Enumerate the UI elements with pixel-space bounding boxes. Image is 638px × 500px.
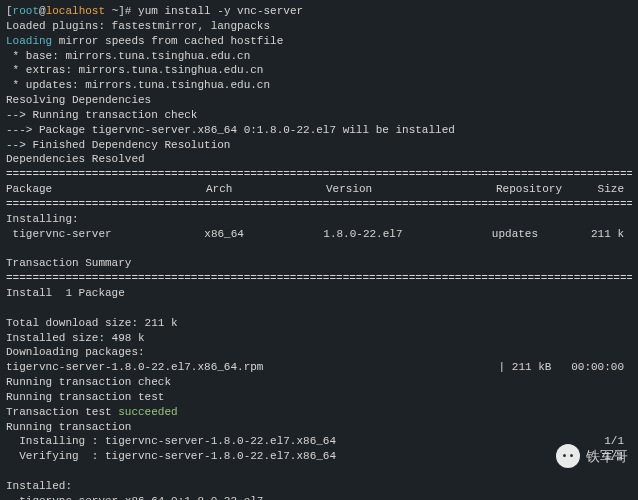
output-line: Total download size: 211 k xyxy=(6,316,632,331)
prompt-line-1: [root@localhost ~]# yum install -y vnc-s… xyxy=(6,4,632,19)
progress-line: Verifying : tigervnc-server-1.8.0-22.el7… xyxy=(6,449,632,464)
table-row: tigervnc-server x86_64 1.8.0-22.el7 upda… xyxy=(6,227,632,242)
watermark: 铁军哥 xyxy=(556,444,628,468)
output-line: tigervnc-server.x86_64 0:1.8.0-22.el7 xyxy=(6,494,632,500)
terminal-output[interactable]: [root@localhost ~]# yum install -y vnc-s… xyxy=(6,4,632,500)
output-line: Running transaction check xyxy=(6,375,632,390)
output-line: Installing: xyxy=(6,212,632,227)
watermark-text: 铁军哥 xyxy=(586,447,628,466)
output-line: --> Running transaction check xyxy=(6,108,632,123)
output-line: Installed size: 498 k xyxy=(6,331,632,346)
progress-line: Installing : tigervnc-server-1.8.0-22.el… xyxy=(6,434,632,449)
output-line: Installed: xyxy=(6,479,632,494)
wechat-icon xyxy=(556,444,580,468)
blank-line xyxy=(6,242,632,257)
divider-double: ========================================… xyxy=(6,271,632,286)
output-line: * updates: mirrors.tuna.tsinghua.edu.cn xyxy=(6,78,632,93)
output-line: * extras: mirrors.tuna.tsinghua.edu.cn xyxy=(6,63,632,78)
output-line: --> Finished Dependency Resolution xyxy=(6,138,632,153)
output-line: Resolving Dependencies xyxy=(6,93,632,108)
blank-line xyxy=(6,301,632,316)
output-line: Running transaction xyxy=(6,420,632,435)
output-line: Install 1 Package xyxy=(6,286,632,301)
output-line: Transaction Summary xyxy=(6,256,632,271)
divider-double: ========================================… xyxy=(6,167,632,182)
blank-line xyxy=(6,464,632,479)
output-line: Downloading packages: xyxy=(6,345,632,360)
output-line: Loaded plugins: fastestmirror, langpacks xyxy=(6,19,632,34)
output-line: Running transaction test xyxy=(6,390,632,405)
table-header: Package Arch Version Repository Size xyxy=(6,182,632,197)
output-line: * base: mirrors.tuna.tsinghua.edu.cn xyxy=(6,49,632,64)
output-line: Dependencies Resolved xyxy=(6,152,632,167)
output-line: ---> Package tigervnc-server.x86_64 0:1.… xyxy=(6,123,632,138)
divider-double: ========================================… xyxy=(6,197,632,212)
output-line: Transaction test succeeded xyxy=(6,405,632,420)
download-line: tigervnc-server-1.8.0-22.el7.x86_64.rpm|… xyxy=(6,360,632,375)
output-line: Loading mirror speeds from cached hostfi… xyxy=(6,34,632,49)
